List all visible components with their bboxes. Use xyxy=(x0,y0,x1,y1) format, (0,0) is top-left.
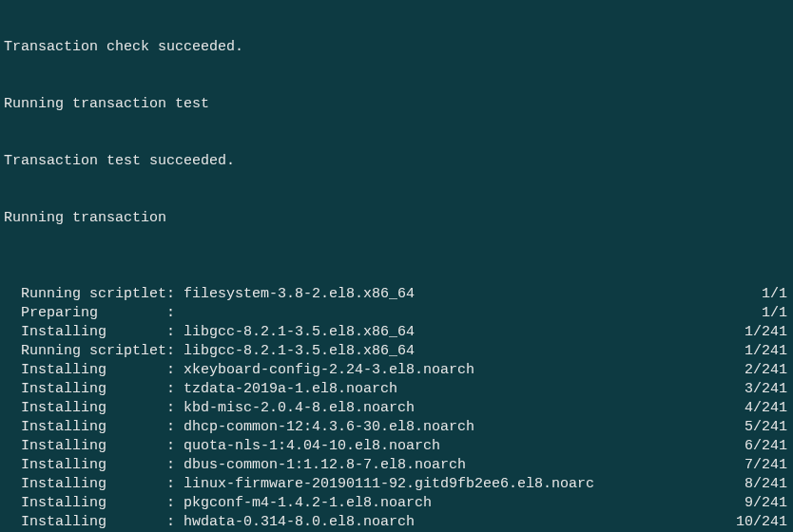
indent xyxy=(4,418,21,437)
indent xyxy=(4,513,21,532)
progress-count: 5/241 xyxy=(727,418,789,437)
indent xyxy=(4,494,21,513)
package-name: xkeyboard-config-2.24-3.el8.noarch xyxy=(184,361,727,380)
action-label: Installing xyxy=(21,418,166,437)
progress-count: 10/241 xyxy=(727,513,789,532)
colon-separator: : xyxy=(166,437,184,456)
progress-count: 3/241 xyxy=(727,380,789,399)
package-name: kbd-misc-2.0.4-8.el8.noarch xyxy=(184,399,727,418)
colon-separator: : xyxy=(166,342,184,361)
action-label: Installing xyxy=(21,475,166,494)
progress-count: 1/241 xyxy=(727,323,789,342)
header-line: Transaction test succeeded. xyxy=(4,152,789,171)
indent xyxy=(4,323,21,342)
action-label: Installing xyxy=(21,399,166,418)
action-label: Installing xyxy=(21,361,166,380)
action-label: Running scriptlet xyxy=(21,342,166,361)
action-label: Installing xyxy=(21,380,166,399)
package-name: libgcc-8.2.1-3.5.el8.x86_64 xyxy=(184,342,727,361)
transaction-row: Installing : dhcp-common-12:4.3.6-30.el8… xyxy=(4,418,789,437)
header-line: Running transaction test xyxy=(4,95,789,114)
terminal-output: Transaction check succeeded. Running tra… xyxy=(0,0,793,532)
colon-separator: : xyxy=(166,361,184,380)
action-label: Installing xyxy=(21,494,166,513)
colon-separator: : xyxy=(166,456,184,475)
action-label: Installing xyxy=(21,513,166,532)
transaction-row: Installing : quota-nls-1:4.04-10.el8.noa… xyxy=(4,437,789,456)
transaction-row: Installing : hwdata-0.314-8.0.el8.noarch… xyxy=(4,513,789,532)
transaction-row: Installing : dbus-common-1:1.12.8-7.el8.… xyxy=(4,456,789,475)
indent xyxy=(4,475,21,494)
indent xyxy=(4,285,21,304)
package-name: linux-firmware-20190111-92.gitd9fb2ee6.e… xyxy=(184,475,727,494)
package-name: filesystem-3.8-2.el8.x86_64 xyxy=(184,285,727,304)
indent xyxy=(4,380,21,399)
progress-count: 1/1 xyxy=(727,285,789,304)
progress-count: 2/241 xyxy=(727,361,789,380)
package-name: tzdata-2019a-1.el8.noarch xyxy=(184,380,727,399)
progress-count: 1/1 xyxy=(727,304,789,323)
transaction-row: Installing : pkgconf-m4-1.4.2-1.el8.noar… xyxy=(4,494,789,513)
package-name: dbus-common-1:1.12.8-7.el8.noarch xyxy=(184,456,727,475)
transaction-row: Installing : linux-firmware-20190111-92.… xyxy=(4,475,789,494)
progress-count: 4/241 xyxy=(727,399,789,418)
transaction-row: Installing : tzdata-2019a-1.el8.noarch3/… xyxy=(4,380,789,399)
indent xyxy=(4,399,21,418)
transaction-row: Installing : xkeyboard-config-2.24-3.el8… xyxy=(4,361,789,380)
package-name: pkgconf-m4-1.4.2-1.el8.noarch xyxy=(184,494,727,513)
progress-count: 8/241 xyxy=(727,475,789,494)
progress-count: 9/241 xyxy=(727,494,789,513)
progress-count: 6/241 xyxy=(727,437,789,456)
colon-separator: : xyxy=(166,285,184,304)
action-label: Installing xyxy=(21,456,166,475)
colon-separator: : xyxy=(166,323,184,342)
indent xyxy=(4,437,21,456)
colon-separator: : xyxy=(166,380,184,399)
transaction-row: Running scriptlet: libgcc-8.2.1-3.5.el8.… xyxy=(4,342,789,361)
indent xyxy=(4,304,21,323)
colon-separator: : xyxy=(166,475,184,494)
header-line: Running transaction xyxy=(4,209,789,228)
transaction-row: Installing : kbd-misc-2.0.4-8.el8.noarch… xyxy=(4,399,789,418)
colon-separator: : xyxy=(166,513,184,532)
action-label: Running scriptlet xyxy=(21,285,166,304)
colon-separator: : xyxy=(166,494,184,513)
package-name: hwdata-0.314-8.0.el8.noarch xyxy=(184,513,727,532)
colon-separator: : xyxy=(166,304,184,323)
action-label: Installing xyxy=(21,437,166,456)
package-name: dhcp-common-12:4.3.6-30.el8.noarch xyxy=(184,418,727,437)
action-label: Installing xyxy=(21,323,166,342)
indent xyxy=(4,456,21,475)
transaction-row: Preparing : 1/1 xyxy=(4,304,789,323)
header-line: Transaction check succeeded. xyxy=(4,38,789,57)
colon-separator: : xyxy=(166,418,184,437)
colon-separator: : xyxy=(166,399,184,418)
transaction-row: Installing : libgcc-8.2.1-3.5.el8.x86_64… xyxy=(4,323,789,342)
package-name: quota-nls-1:4.04-10.el8.noarch xyxy=(184,437,727,456)
indent xyxy=(4,361,21,380)
action-label: Preparing xyxy=(21,304,166,323)
progress-count: 7/241 xyxy=(727,456,789,475)
package-name xyxy=(184,304,727,323)
indent xyxy=(4,342,21,361)
transaction-row: Running scriptlet: filesystem-3.8-2.el8.… xyxy=(4,285,789,304)
package-name: libgcc-8.2.1-3.5.el8.x86_64 xyxy=(184,323,727,342)
progress-count: 1/241 xyxy=(727,342,789,361)
